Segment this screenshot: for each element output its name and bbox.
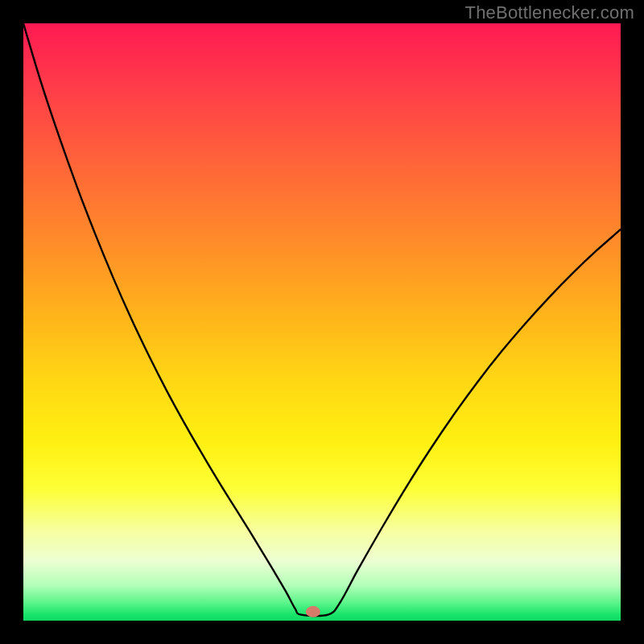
curve-svg	[23, 23, 621, 621]
plot-area	[23, 23, 621, 621]
optimum-marker	[306, 606, 320, 617]
chart-frame: TheBottlenecker.com	[0, 0, 644, 644]
bottleneck-curve	[23, 23, 621, 616]
branding-watermark: TheBottlenecker.com	[465, 2, 634, 23]
